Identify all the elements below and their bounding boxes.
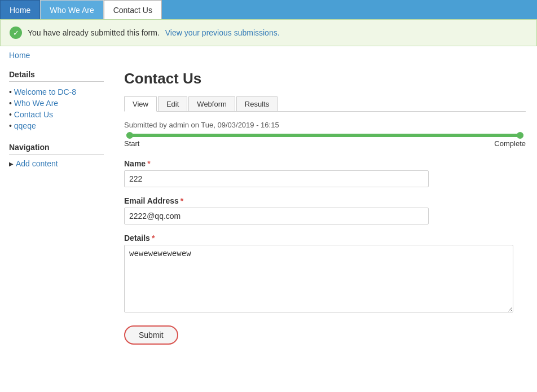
notification-bar: ✓ You have already submitted this form. …: [0, 19, 537, 46]
sub-tabs: View Edit Webform Results: [124, 96, 526, 112]
main-layout: Details Welcome to DC-8 Who We Are Conta…: [0, 64, 537, 362]
top-navigation: Home Who We Are Contact Us: [0, 0, 537, 19]
progress-dot-start: [126, 132, 133, 139]
sidebar-details-section: Details Welcome to DC-8 Who We Are Conta…: [9, 70, 104, 131]
breadcrumb-home[interactable]: Home: [9, 51, 30, 60]
sidebar-details-list: Welcome to DC-8 Who We Are Contact Us qq…: [9, 86, 104, 131]
details-label: Details*: [124, 234, 526, 243]
email-required: *: [181, 196, 183, 205]
progress-labels: Start Complete: [124, 139, 526, 148]
tab-who-we-are[interactable]: Who We Are: [40, 0, 103, 19]
list-item: Who We Are: [9, 98, 104, 109]
sidebar-link-contact-us[interactable]: Contact Us: [14, 110, 53, 119]
progress-fill: [126, 134, 523, 137]
breadcrumb: Home: [0, 46, 537, 64]
list-item: Contact Us: [9, 109, 104, 120]
email-input[interactable]: [124, 208, 429, 224]
details-field-group: Details* wewewewewewew: [124, 234, 526, 314]
name-input[interactable]: [124, 170, 429, 187]
page-title: Contact Us: [124, 70, 526, 87]
tab-contact-us[interactable]: Contact Us: [104, 0, 162, 19]
sidebar-nav: Add content: [9, 159, 104, 168]
email-label: Email Address*: [124, 196, 526, 205]
progress-track: [126, 134, 523, 137]
sub-tab-view[interactable]: View: [124, 96, 157, 112]
submit-area: Submit: [124, 325, 526, 345]
sidebar: Details Welcome to DC-8 Who We Are Conta…: [0, 70, 113, 356]
email-field-group: Email Address*: [124, 196, 526, 224]
sidebar-link-who-we-are[interactable]: Who We Are: [14, 99, 58, 108]
progress-start-label: Start: [124, 139, 139, 148]
list-item: Welcome to DC-8: [9, 86, 104, 98]
submission-info: Submitted by admin on Tue, 09/03/2019 - …: [124, 121, 526, 129]
sub-tab-webform[interactable]: Webform: [188, 96, 235, 112]
sidebar-link-welcome[interactable]: Welcome to DC-8: [14, 87, 76, 96]
sidebar-link-qqeqe[interactable]: qqeqe: [14, 121, 36, 130]
tab-home[interactable]: Home: [0, 0, 40, 19]
sidebar-navigation-heading: Navigation: [9, 143, 104, 155]
check-icon: ✓: [10, 27, 22, 39]
sidebar-navigation-section: Navigation Add content: [9, 143, 104, 168]
sub-tab-results[interactable]: Results: [236, 96, 278, 112]
progress-complete-label: Complete: [494, 139, 526, 148]
name-label: Name*: [124, 159, 526, 168]
sidebar-details-heading: Details: [9, 70, 104, 82]
submit-button[interactable]: Submit: [124, 325, 178, 345]
details-required: *: [152, 234, 155, 243]
add-content-link[interactable]: Add content: [16, 159, 58, 168]
list-item: qqeqe: [9, 120, 104, 131]
progress-container: Start Complete: [124, 134, 526, 148]
main-content: Contact Us View Edit Webform Results Sub…: [113, 70, 537, 356]
name-required: *: [147, 159, 150, 168]
nav-item-add-content: Add content: [9, 159, 104, 168]
previous-submissions-link[interactable]: View your previous submissions.: [165, 28, 280, 37]
notification-text: You have already submitted this form.: [28, 28, 160, 37]
sub-tab-edit[interactable]: Edit: [158, 96, 187, 112]
name-field-group: Name*: [124, 159, 526, 187]
progress-dot-end: [517, 132, 523, 139]
details-textarea[interactable]: wewewewewewew: [124, 245, 513, 312]
